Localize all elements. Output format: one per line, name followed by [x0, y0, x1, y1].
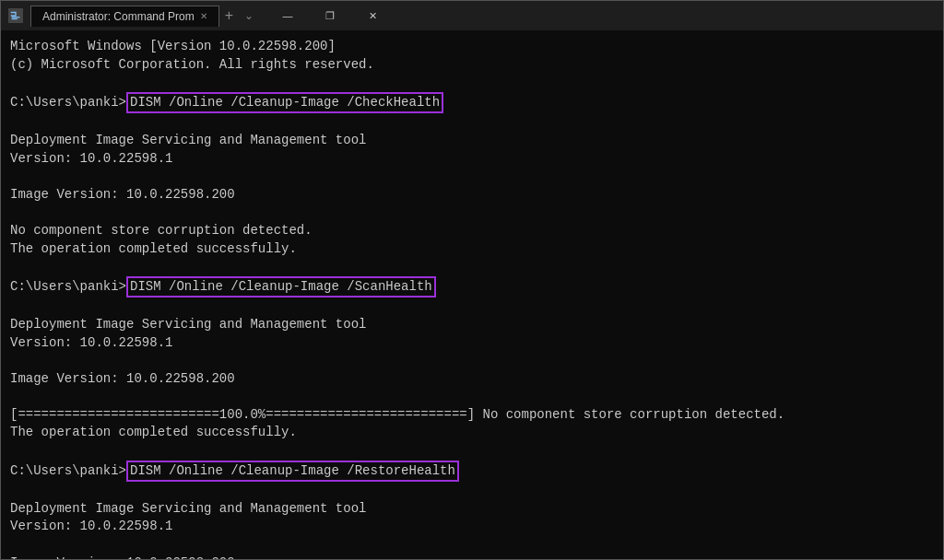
output-line: Image Version: 10.0.22598.200 [10, 186, 934, 204]
terminal-content: Microsoft Windows [Version 10.0.22598.20… [1, 30, 943, 559]
output-line: Microsoft Windows [Version 10.0.22598.20… [10, 38, 934, 56]
titlebar: Administrator: Command Prom ✕ + ⌄ — ❐ ✕ [1, 1, 943, 30]
prompt-text: C:\Users\panki> [10, 94, 126, 112]
tab-label: Administrator: Command Prom [42, 10, 195, 23]
empty-line [10, 204, 934, 222]
minimize-button[interactable]: — [266, 1, 309, 30]
prompt-text: C:\Users\panki> [10, 278, 126, 297]
dropdown-button[interactable]: ⌄ [239, 9, 259, 22]
app-icon [8, 8, 23, 23]
empty-line [10, 352, 934, 370]
close-button[interactable]: ✕ [351, 1, 394, 30]
output-line: Image Version: 10.0.22598.200 [10, 370, 934, 389]
empty-line [10, 168, 934, 186]
tab-close-icon[interactable]: ✕ [200, 11, 207, 21]
output-line: Version: 10.0.22598.1 [10, 518, 934, 536]
output-line: The operation completed successfully. [10, 240, 934, 259]
output-line: No component store corruption detected. [10, 222, 934, 240]
empty-line [10, 298, 934, 316]
empty-line [10, 482, 934, 500]
command-highlight: DISM /Online /Cleanup-Image /RestoreHeal… [126, 461, 459, 483]
empty-line [10, 258, 934, 276]
command-line: C:\Users\panki>DISM /Online /Cleanup-Ima… [10, 276, 934, 298]
empty-line [10, 74, 934, 92]
terminal-window: Administrator: Command Prom ✕ + ⌄ — ❐ ✕ … [0, 0, 944, 560]
command-highlight: DISM /Online /Cleanup-Image /ScanHealth [126, 276, 436, 298]
empty-line [10, 442, 934, 461]
output-line: The operation completed successfully. [10, 424, 934, 442]
output-line: [==========================100.0%=======… [10, 406, 934, 425]
tab-list: Administrator: Command Prom ✕ + ⌄ [30, 6, 259, 27]
empty-line [10, 113, 934, 132]
empty-line [10, 388, 934, 406]
command-line: C:\Users\panki>DISM /Online /Cleanup-Ima… [10, 461, 934, 483]
new-tab-button[interactable]: + [219, 7, 239, 24]
terminal-tab[interactable]: Administrator: Command Prom ✕ [30, 6, 219, 27]
output-line: (c) Microsoft Corporation. All rights re… [10, 56, 934, 75]
command-line: C:\Users\panki>DISM /Online /Cleanup-Ima… [10, 92, 934, 114]
output-line: Deployment Image Servicing and Managemen… [10, 316, 934, 334]
prompt-text: C:\Users\panki> [10, 462, 126, 481]
output-line: Deployment Image Servicing and Managemen… [10, 500, 934, 519]
maximize-button[interactable]: ❐ [309, 1, 351, 30]
command-highlight: DISM /Online /Cleanup-Image /CheckHealth [126, 92, 443, 114]
output-line: Deployment Image Servicing and Managemen… [10, 132, 934, 150]
window-controls: — ❐ ✕ [266, 1, 394, 30]
empty-line [10, 536, 934, 554]
output-line: Image Version: 10.0.22598.200 [10, 554, 934, 559]
output-line: Version: 10.0.22598.1 [10, 150, 934, 169]
output-line: Version: 10.0.22598.1 [10, 334, 934, 353]
